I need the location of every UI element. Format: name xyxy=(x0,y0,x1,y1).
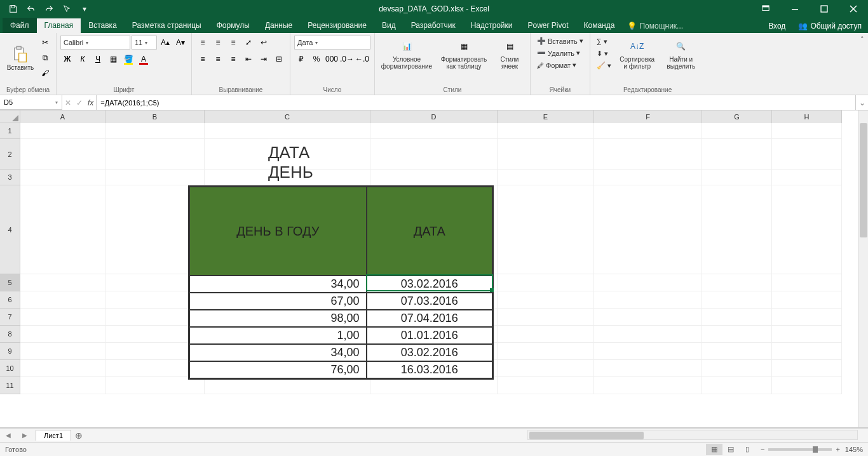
ribbon-options-icon[interactable] xyxy=(751,0,780,18)
maximize-button[interactable] xyxy=(810,0,839,18)
format-painter-icon[interactable]: 🖌 xyxy=(38,66,52,80)
cancel-formula-icon[interactable]: ✕ xyxy=(65,98,71,107)
qat-customize-icon[interactable]: ▾ xyxy=(76,1,93,17)
percent-icon[interactable]: % xyxy=(309,52,323,66)
comma-icon[interactable]: 000 xyxy=(325,52,339,66)
row-header[interactable]: 5 xyxy=(0,274,20,291)
redo-icon[interactable] xyxy=(41,1,57,17)
sort-filter-button[interactable]: A↓ZСортировка и фильтр xyxy=(615,36,660,71)
row-header[interactable]: 9 xyxy=(0,343,20,360)
share-button[interactable]: 👥Общий доступ xyxy=(792,19,868,33)
row-header[interactable]: 3 xyxy=(0,170,20,185)
currency-icon[interactable]: ₽ xyxy=(294,52,308,66)
align-center-icon[interactable]: ≡ xyxy=(211,52,225,66)
tab-page-layout[interactable]: Разметка страницы xyxy=(125,18,209,33)
align-left-icon[interactable]: ≡ xyxy=(196,52,210,66)
zoom-in-icon[interactable]: + xyxy=(836,446,839,453)
name-box[interactable]: D5▾ xyxy=(0,95,62,110)
bold-button[interactable]: Ж xyxy=(60,52,74,66)
tab-file[interactable]: Файл xyxy=(3,18,37,33)
tab-team[interactable]: Команда xyxy=(576,18,623,33)
view-normal-icon[interactable]: ▦ xyxy=(706,444,722,455)
row-header[interactable]: 2 xyxy=(0,139,20,170)
indent-inc-icon[interactable]: ⇥ xyxy=(257,52,271,66)
zoom-slider[interactable] xyxy=(768,448,832,451)
fx-icon[interactable]: fx xyxy=(88,98,93,107)
format-cells-button[interactable]: 🖉 Формат ▾ xyxy=(534,60,586,70)
row-header[interactable]: 7 xyxy=(0,309,20,326)
column-header[interactable]: D xyxy=(370,110,498,123)
orientation-icon[interactable]: ⤢ xyxy=(241,36,255,50)
row-header[interactable]: 10 xyxy=(0,360,20,377)
copy-icon[interactable]: ⧉ xyxy=(38,51,52,65)
dec-decimal-icon[interactable]: ←.0 xyxy=(355,52,369,66)
align-right-icon[interactable]: ≡ xyxy=(226,52,240,66)
cell-styles-button[interactable]: ▤Стили ячеек xyxy=(493,36,526,71)
add-sheet-icon[interactable]: ⊕ xyxy=(71,430,86,441)
column-header[interactable]: F xyxy=(594,110,702,123)
select-all-corner[interactable] xyxy=(0,110,20,123)
row-header[interactable]: 11 xyxy=(0,377,20,394)
view-page-break-icon[interactable]: ▯ xyxy=(739,444,756,455)
zoom-level[interactable]: 145% xyxy=(845,446,863,453)
minimize-button[interactable] xyxy=(780,0,810,18)
font-color-icon[interactable]: A xyxy=(137,52,151,66)
zoom-out-icon[interactable]: − xyxy=(761,446,764,453)
column-header[interactable]: C xyxy=(205,110,370,123)
tab-home[interactable]: Главная xyxy=(37,18,81,33)
italic-button[interactable]: К xyxy=(76,52,90,66)
font-size-combo[interactable]: 11▾ xyxy=(132,36,157,50)
signin-button[interactable]: Вход xyxy=(762,19,792,33)
tab-formulas[interactable]: Формулы xyxy=(209,18,257,33)
spreadsheet-grid[interactable]: ABCDEFGH 1234567891011 ДАТА ДЕНЬ В ГОДУД… xyxy=(0,110,868,428)
find-select-button[interactable]: 🔍Найти и выделить xyxy=(661,36,702,71)
merge-icon[interactable]: ⊟ xyxy=(272,52,286,66)
tab-view[interactable]: Вид xyxy=(374,18,403,33)
border-icon[interactable]: ▦ xyxy=(106,52,120,66)
format-as-table-button[interactable]: ▦Форматировать как таблицу xyxy=(436,36,492,71)
font-name-combo[interactable]: Calibri▾ xyxy=(60,36,130,50)
column-header[interactable]: H xyxy=(772,110,842,123)
accept-formula-icon[interactable]: ✓ xyxy=(76,98,83,107)
wrap-text-icon[interactable]: ↩ xyxy=(257,36,271,50)
number-format-combo[interactable]: Дата▾ xyxy=(294,36,370,50)
tab-addins[interactable]: Надстройки xyxy=(463,18,520,33)
tab-nav-next-icon[interactable]: ▶ xyxy=(17,429,33,442)
horizontal-scrollbar[interactable] xyxy=(527,430,858,440)
row-header[interactable]: 8 xyxy=(0,326,20,343)
close-button[interactable] xyxy=(839,0,868,18)
fill-icon[interactable]: ⬇ ▾ xyxy=(594,48,614,59)
inc-decimal-icon[interactable]: .0→ xyxy=(340,52,354,66)
row-header[interactable]: 1 xyxy=(0,123,20,139)
increase-font-icon[interactable]: A▴ xyxy=(158,36,172,50)
sheet-tab[interactable]: Лист1 xyxy=(36,430,71,441)
fill-color-icon[interactable]: 🪣 xyxy=(121,52,135,66)
column-header[interactable]: G xyxy=(702,110,772,123)
align-bottom-icon[interactable]: ≡ xyxy=(226,36,240,50)
collapse-ribbon-icon[interactable]: ˄ xyxy=(860,36,864,44)
align-top-icon[interactable]: ≡ xyxy=(196,36,210,50)
tab-insert[interactable]: Вставка xyxy=(81,18,125,33)
insert-cells-button[interactable]: ➕ Вставить ▾ xyxy=(534,36,586,46)
cut-icon[interactable]: ✂ xyxy=(38,36,52,50)
tab-data[interactable]: Данные xyxy=(257,18,300,33)
tab-nav-prev-icon[interactable]: ◀ xyxy=(0,429,17,442)
conditional-format-button[interactable]: 📊Условное форматирование xyxy=(379,36,435,71)
tab-review[interactable]: Рецензирование xyxy=(300,18,374,33)
column-header[interactable]: A xyxy=(20,110,105,123)
vertical-scrollbar[interactable] xyxy=(858,110,868,427)
autosum-icon[interactable]: ∑ ▾ xyxy=(594,36,614,47)
column-header[interactable]: B xyxy=(105,110,205,123)
paste-button[interactable]: Вставить xyxy=(4,44,37,72)
row-header[interactable]: 6 xyxy=(0,291,20,309)
expand-formula-icon[interactable]: ⌄ xyxy=(855,95,868,110)
underline-button[interactable]: Ч xyxy=(91,52,105,66)
decrease-font-icon[interactable]: A▾ xyxy=(173,36,187,50)
indent-dec-icon[interactable]: ⇤ xyxy=(241,52,255,66)
undo-icon[interactable] xyxy=(23,1,39,17)
save-icon[interactable] xyxy=(5,1,22,17)
tell-me[interactable]: 💡Помощник... xyxy=(622,19,688,33)
mouse-icon[interactable] xyxy=(58,1,75,17)
column-header[interactable]: E xyxy=(498,110,594,123)
align-middle-icon[interactable]: ≡ xyxy=(211,36,225,50)
